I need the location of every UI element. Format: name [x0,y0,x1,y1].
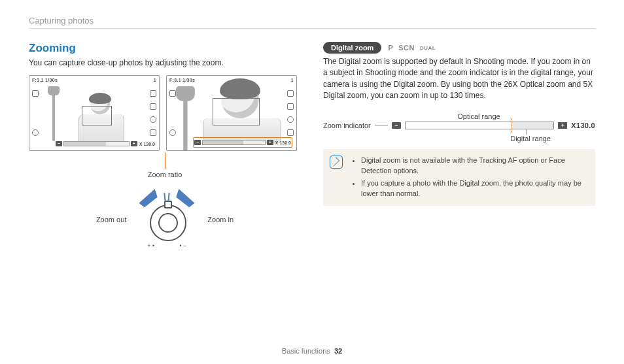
lamp-post-graphic [48,86,60,141]
zoom-out-arrow-icon [137,189,160,208]
focus-frame [213,98,260,125]
zoom-in-arrow-icon [175,189,198,208]
lcd-preview-tele: F:3.1 1/30s 1 [166,75,297,151]
timer-icon [150,116,156,123]
mode-p-icon: P [388,44,393,52]
zoom-indicator-value: X130.0 [571,122,595,129]
timer-icon [287,116,294,123]
note-item: If you capture a photo with the Digital … [361,178,587,199]
af-icon [169,129,176,136]
zoom-bar-minus-icon: − [56,141,62,146]
lcd-exposure-readout: F:3.1 1/30s [32,78,58,82]
zoom-indicator-plus-icon: + [558,122,567,129]
right-column: Digital zoom P SCN DUAL The Digital zoom… [323,42,595,248]
digital-zoom-heading-row: Digital zoom P SCN DUAL [323,42,595,54]
focus-frame [82,106,112,125]
two-column-layout: Zooming You can capture close-up photos … [29,42,595,248]
zoom-indicator-label: Zoom indicator [323,122,371,129]
zoom-in-label: Zoom in [207,216,234,223]
callout-line [375,125,388,125]
zoom-bar-value: X 130.0 [139,142,155,146]
mode-scn-icon: SCN [398,44,415,52]
preview-pair: F:3.1 1/30s 1 [29,75,301,151]
battery-icon [287,129,294,136]
mode-icon [169,90,176,97]
quality-icon [287,103,294,110]
zooming-intro: You can capture close-up photos by adjus… [29,58,301,69]
zoom-lever-diagram: Zoom out + • • − Zoom in [29,191,301,248]
quality-icon [150,103,156,110]
af-icon [32,129,39,136]
mode-icon [32,90,39,97]
digital-range-label: Digital range [323,135,551,142]
supported-modes: P SCN DUAL [388,44,436,52]
optical-range-label: Optical range [362,112,595,120]
note-icon [330,156,343,169]
zoom-bar-value: X 130.0 [275,141,291,145]
zoom-bar-plus-icon: + [267,140,273,145]
footer-section-name: Basic functions [282,347,330,355]
zoom-bar-track [63,141,130,146]
zoom-bar-plus-icon: + [131,141,137,146]
zoom-bar-track [202,140,266,145]
running-head: Capturing photos [29,16,595,25]
zoom-bar-minus-icon: − [194,140,201,145]
zoom-out-label: Zoom out [96,216,126,223]
lever-minus-mark: • − [179,242,186,249]
lcd-preview-wide: F:3.1 1/30s 1 [29,75,160,151]
zoom-indicator-track [405,122,555,129]
zoom-bar: − + X 130.0 [56,140,155,148]
digital-zoom-pill: Digital zoom [323,42,381,54]
left-column: Zooming You can capture close-up photos … [29,42,301,248]
section-heading-zooming: Zooming [29,42,301,55]
lcd-shots-remaining: 1 [154,78,156,82]
zoom-lever-graphic: + • • − [135,191,198,248]
note-box: Digital zoom is not available with the T… [323,149,595,207]
page-footer: Basic functions 32 [0,347,624,355]
zoom-indicator-diagram: Optical range Zoom indicator − + X130.0 … [323,112,595,142]
zoom-ratio-callout: Zoom ratio [29,171,301,178]
lcd-exposure-readout: F:3.1 1/30s [169,78,195,82]
mode-dual-icon: DUAL [420,45,436,51]
digital-zoom-paragraph: The Digital zoom is supported by default… [323,56,595,102]
zoom-indicator-minus-icon: − [392,122,401,129]
lever-plus-mark: + • [147,242,154,249]
manual-page: Capturing photos Zooming You can capture… [0,0,624,364]
footer-page-number: 32 [334,347,342,355]
zoom-bar-highlighted: − + X 130.0 [193,137,292,148]
flash-icon [150,90,156,97]
note-item: Digital zoom is not available with the T… [361,156,587,176]
lamp-post-graphic [176,86,195,151]
lcd-shots-remaining: 1 [291,78,294,82]
head-rule [29,28,595,29]
battery-icon [150,129,156,136]
flash-icon [287,90,294,97]
